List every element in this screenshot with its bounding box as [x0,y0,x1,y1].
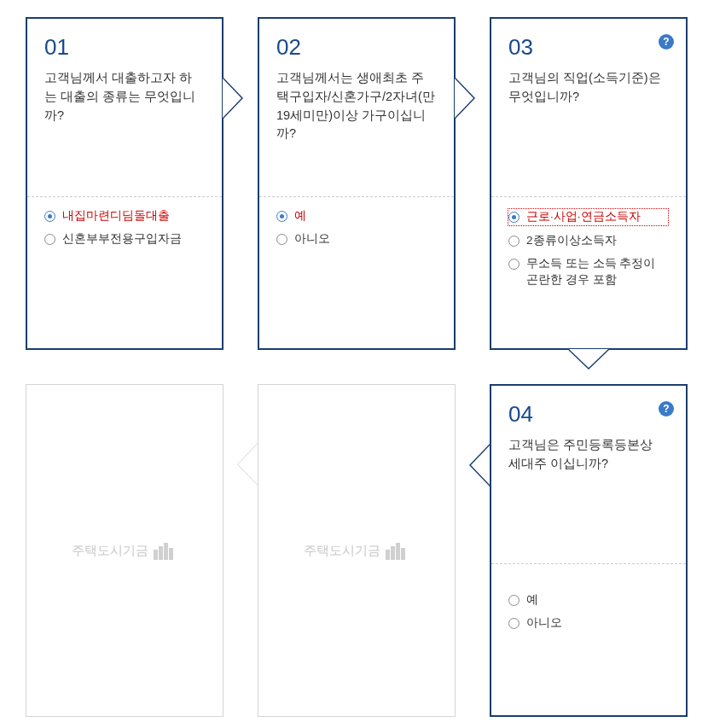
option-label: 2종류이상소득자 [526,233,617,249]
building-icon [386,541,409,560]
divider [491,563,686,564]
arrow-left-icon [466,444,490,486]
divider [259,196,454,197]
step-question: 고객님은 주민등록등본상 세대주 이십니까? [508,436,669,474]
card-01: 01 고객님께서 대출하고자 하는 대출의 종류는 무엇입니까? 내집마련디딤돌… [26,17,223,350]
step-question: 고객님의 직업(소득기준)은 무엇입니까? [508,69,669,107]
option-loan-type-1[interactable]: 내집마련디딤돌대출 [44,208,205,224]
wizard-row-1: 01 고객님께서 대출하고자 하는 대출의 종류는 무엇입니까? 내집마련디딤돌… [26,17,688,350]
placeholder-logo: 주택도시기금 [72,541,177,560]
step-question: 고객님께서는 생애최초 주택구입자/신혼가구/2자녀(만19세미만)이상 가구이… [276,69,437,143]
radio-input[interactable] [508,595,520,606]
step-question: 고객님께서 대출하고자 하는 대출의 종류는 무엇입니까? [44,69,205,125]
svg-rect-6 [396,543,400,560]
option-label: 예 [526,592,538,609]
step-number: 02 [276,34,437,61]
arrow-right-icon [223,77,247,119]
radio-input[interactable] [508,618,520,629]
divider [27,196,222,197]
help-icon[interactable]: ? [659,34,674,50]
options-group: 근로·사업·연금소득자 2종류이상소득자 무소득 또는 소득 추정이 곤란한 경… [508,208,669,295]
option-income-2[interactable]: 2종류이상소득자 [508,233,669,249]
card-inactive-2: 주택도시기금 [258,384,456,717]
radio-input[interactable] [276,211,287,222]
option-no[interactable]: 아니오 [508,615,669,632]
option-yes[interactable]: 예 [508,592,669,609]
option-loan-type-2[interactable]: 신혼부부전용구입자금 [44,231,205,248]
option-label: 아니오 [294,231,330,248]
svg-rect-7 [401,548,405,560]
arrow-left-icon [234,443,258,486]
svg-rect-3 [169,548,173,560]
radio-input[interactable] [508,212,520,223]
help-icon[interactable]: ? [659,401,674,416]
radio-input[interactable] [276,234,287,245]
option-label: 무소득 또는 소득 추정이 곤란한 경우 포함 [526,256,669,288]
options-group: 예 아니오 [508,592,669,638]
svg-rect-4 [386,550,390,560]
divider [491,196,686,197]
option-label: 근로·사업·연금소득자 [526,209,641,225]
radio-input[interactable] [44,234,55,245]
card-04: ? 04 고객님은 주민등록등본상 세대주 이십니까? 예 아니오 [490,384,688,717]
option-label: 아니오 [526,615,562,632]
card-03: ? 03 고객님의 직업(소득기준)은 무엇입니까? 근로·사업·연금소득자 2… [490,17,688,350]
card-02: 02 고객님께서는 생애최초 주택구입자/신혼가구/2자녀(만19세미만)이상 … [258,17,456,350]
option-income-3[interactable]: 무소득 또는 소득 추정이 곤란한 경우 포함 [508,256,669,288]
building-icon [154,541,177,560]
svg-rect-0 [154,550,158,560]
option-label: 내집마련디딤돌대출 [62,208,170,224]
wizard-row-2: 주택도시기금 주택도시기금 ? 04 고객님은 주민등록등본상 세대주 이십니까… [26,384,688,717]
radio-input[interactable] [508,236,520,247]
svg-rect-2 [164,543,168,560]
option-label: 예 [294,208,306,224]
options-group: 내집마련디딤돌대출 신혼부부전용구입자금 [44,208,205,254]
placeholder-logo: 주택도시기금 [304,541,409,560]
option-no[interactable]: 아니오 [276,231,437,248]
radio-input[interactable] [44,211,55,222]
option-label: 신혼부부전용구입자금 [62,231,182,248]
svg-rect-1 [159,546,163,560]
options-group: 예 아니오 [276,208,437,254]
arrow-right-icon [455,77,479,119]
svg-rect-5 [391,546,395,560]
card-inactive-1: 주택도시기금 [26,384,223,717]
placeholder-text: 주택도시기금 [304,543,380,559]
arrow-down-icon [567,349,610,373]
option-yes[interactable]: 예 [276,208,437,224]
option-income-1[interactable]: 근로·사업·연금소득자 [508,208,669,226]
step-number: 01 [44,34,205,61]
step-number: 03 [508,34,669,61]
step-number: 04 [508,401,669,428]
radio-input[interactable] [508,259,520,270]
placeholder-text: 주택도시기금 [72,543,148,559]
